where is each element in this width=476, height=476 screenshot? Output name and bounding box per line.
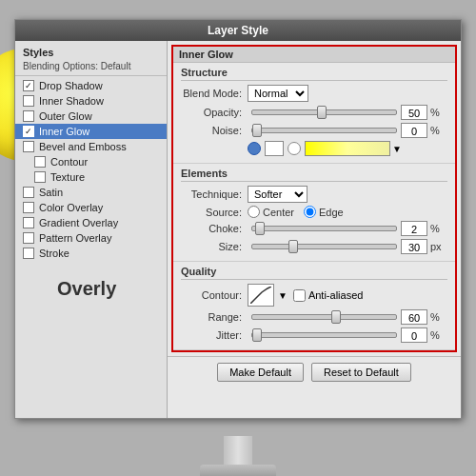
size-row: Size: 30 px (181, 239, 447, 254)
texture-checkbox[interactable] (34, 171, 46, 183)
range-slider[interactable] (251, 314, 397, 320)
jitter-label: Jitter: (181, 329, 248, 341)
jitter-slider[interactable] (251, 332, 397, 338)
range-unit: % (430, 311, 447, 323)
source-edge-label: Edge (319, 207, 344, 218)
choke-label: Choke: (181, 223, 248, 234)
noise-unit: % (430, 125, 447, 136)
range-label: Range: (181, 311, 248, 323)
jitter-thumb[interactable] (252, 328, 262, 342)
technique-select[interactable]: Softer Precise (248, 186, 307, 203)
inner-shadow-label: Inner Shadow (39, 95, 104, 107)
anti-aliased-text: Anti-aliased (308, 289, 363, 301)
source-label: Source: (181, 207, 248, 218)
opacity-unit: % (430, 107, 447, 118)
monitor-stand (200, 436, 276, 476)
elements-title: Elements (181, 168, 447, 182)
sidebar-item-inner-glow[interactable]: Inner Glow (15, 124, 167, 139)
inner-shadow-checkbox[interactable] (23, 95, 34, 107)
noise-slider[interactable] (251, 128, 397, 133)
sidebar-item-pattern-overlay[interactable]: Pattern Overlay (15, 230, 167, 246)
source-row: Source: Center Edge (181, 206, 447, 218)
source-edge-radio[interactable] (304, 206, 316, 218)
choke-value[interactable]: 2 (401, 221, 427, 236)
opacity-value[interactable]: 50 (401, 105, 427, 120)
anti-aliased-checkbox[interactable] (293, 289, 306, 302)
sidebar-item-contour[interactable]: Contour (15, 154, 167, 169)
inner-glow-panel: Inner Glow Structure Blend Mode: Normal … (171, 45, 457, 352)
source-edge-option[interactable]: Edge (304, 206, 344, 218)
anti-aliased-label[interactable]: Anti-aliased (293, 289, 363, 302)
contour-dropdown-arrow[interactable]: ▼ (278, 290, 288, 301)
blend-mode-label: Blend Mode: (181, 88, 248, 99)
bevel-emboss-label: Bevel and Emboss (39, 141, 127, 152)
jitter-value[interactable]: 0 (401, 327, 427, 343)
size-label: Size: (181, 241, 248, 252)
satin-label: Satin (39, 187, 63, 198)
make-default-button[interactable]: Make Default (217, 363, 304, 382)
reset-to-default-button[interactable]: Reset to Default (311, 363, 411, 382)
contour-label: Contour: (181, 289, 248, 301)
satin-checkbox[interactable] (23, 187, 34, 198)
blend-mode-row: Blend Mode: Normal Multiply Screen (181, 85, 447, 102)
noise-row: Noise: 0 % (181, 123, 447, 138)
overly-text: Overly (57, 278, 116, 300)
technique-row: Technique: Softer Precise (181, 186, 447, 203)
inner-glow-label: Inner Glow (39, 126, 89, 137)
opacity-slider[interactable] (251, 109, 397, 115)
contour-preview-svg (250, 287, 271, 304)
source-center-option[interactable]: Center (248, 206, 294, 218)
color-mode-solid[interactable] (248, 142, 261, 155)
color-overlay-checkbox[interactable] (23, 202, 34, 213)
range-value[interactable]: 60 (401, 309, 427, 325)
choke-thumb[interactable] (255, 222, 265, 235)
size-slider[interactable] (251, 244, 397, 249)
sidebar-item-stroke[interactable]: Stroke (15, 246, 167, 261)
opacity-label: Opacity: (181, 107, 248, 118)
color-overlay-label: Color Overlay (39, 202, 103, 213)
pattern-overlay-checkbox[interactable] (23, 232, 34, 244)
bevel-emboss-checkbox[interactable] (23, 141, 34, 152)
noise-value[interactable]: 0 (401, 123, 427, 138)
sidebar-item-bevel-emboss[interactable]: Bevel and Emboss (15, 139, 167, 154)
choke-unit: % (430, 223, 447, 234)
quality-title: Quality (181, 266, 447, 280)
size-thumb[interactable] (288, 240, 298, 253)
dialog-body: Styles Blending Options: Default Drop Sh… (15, 41, 461, 418)
bottom-buttons: Make Default Reset to Default (168, 356, 461, 387)
structure-section: Structure Blend Mode: Normal Multiply Sc… (173, 63, 455, 164)
sidebar-item-inner-shadow[interactable]: Inner Shadow (15, 93, 167, 109)
sidebar-item-drop-shadow[interactable]: Drop Shadow (15, 78, 167, 93)
sidebar-item-satin[interactable]: Satin (15, 185, 167, 200)
gradient-swatch[interactable] (305, 141, 390, 156)
gradient-overlay-checkbox[interactable] (23, 217, 34, 228)
size-value[interactable]: 30 (401, 239, 427, 254)
stroke-checkbox[interactable] (23, 248, 34, 259)
color-mode-gradient[interactable] (288, 142, 301, 155)
quality-section: Quality Contour: ▼ Anti-alia (173, 262, 455, 350)
range-thumb[interactable] (331, 310, 341, 324)
sidebar-item-texture[interactable]: Texture (15, 169, 167, 185)
pattern-overlay-label: Pattern Overlay (39, 232, 111, 244)
contour-checkbox[interactable] (34, 156, 46, 168)
contour-selector[interactable] (248, 284, 274, 307)
noise-thumb[interactable] (252, 124, 262, 137)
layer-style-dialog: Layer Style Styles Blending Options: Def… (14, 19, 462, 419)
dialog-title: Layer Style (15, 20, 461, 41)
blend-mode-select[interactable]: Normal Multiply Screen (248, 85, 308, 102)
opacity-thumb[interactable] (317, 106, 327, 119)
sidebar-item-gradient-overlay[interactable]: Gradient Overlay (15, 215, 167, 230)
blending-options-subtitle: Blending Options: Default (15, 60, 167, 76)
outer-glow-checkbox[interactable] (23, 110, 34, 122)
source-center-radio[interactable] (248, 206, 260, 218)
inner-glow-checkbox[interactable] (23, 126, 34, 137)
structure-title: Structure (181, 67, 447, 81)
drop-shadow-checkbox[interactable] (23, 80, 34, 91)
sidebar-item-outer-glow[interactable]: Outer Glow (15, 109, 167, 124)
sidebar-item-color-overlay[interactable]: Color Overlay (15, 200, 167, 215)
jitter-row: Jitter: 0 % (181, 327, 447, 343)
choke-slider[interactable] (251, 226, 397, 231)
stroke-label: Stroke (39, 248, 69, 259)
color-swatch-white[interactable] (265, 141, 284, 156)
gradient-dropdown-arrow[interactable]: ▼ (392, 144, 402, 154)
